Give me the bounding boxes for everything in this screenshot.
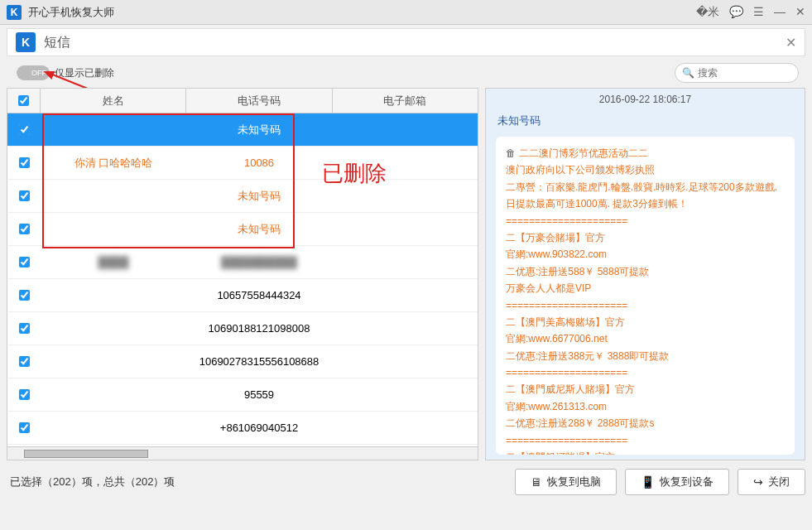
- select-all-checkbox[interactable]: [18, 95, 29, 106]
- minimize-icon[interactable]: —: [774, 5, 786, 20]
- cell-phone: 95559: [186, 388, 332, 401]
- search-icon: 🔍: [682, 67, 694, 79]
- message-line: 二优惠:注册送388元￥ 3888即可提款: [506, 348, 785, 364]
- message-line: 二优惠:注册送288￥ 2888可提款s: [506, 415, 785, 431]
- row-check-cell: [7, 124, 41, 135]
- row-checkbox[interactable]: [19, 422, 30, 433]
- menu-icon[interactable]: ☰: [753, 5, 764, 20]
- footer-bar: 已选择（202）项，总共（202）项 🖥 恢复到电脑 📱 恢复到设备 ↪ 关闭: [7, 467, 805, 497]
- row-checkbox[interactable]: [19, 290, 30, 301]
- recover-to-pc-button[interactable]: 🖥 恢复到电脑: [515, 469, 617, 495]
- message-line: 二优惠:注册送588￥ 5888可提款: [506, 263, 785, 280]
- close-button[interactable]: ↪ 关闭: [738, 469, 805, 495]
- table-row[interactable]: 未知号码: [7, 213, 478, 246]
- message-line: 澳门政府向以下公司颁发博彩执照: [506, 161, 785, 178]
- table-row[interactable]: 10657558444324: [7, 279, 478, 312]
- table-row[interactable]: 你清 口哈哈哈哈10086: [7, 147, 478, 180]
- row-check-cell: [7, 157, 41, 168]
- cell-phone: 未知号码: [186, 222, 332, 237]
- row-check-cell: [7, 224, 41, 234]
- close-label: 关闭: [768, 475, 790, 489]
- rows-container: 已删除 未知号码你清 口哈哈哈哈10086未知号码未知号码███████████…: [7, 113, 478, 446]
- table-row[interactable]: +861069040512: [7, 412, 478, 445]
- row-checkbox[interactable]: [19, 257, 30, 267]
- module-logo-icon: K: [16, 32, 36, 52]
- row-check-cell: [7, 356, 41, 367]
- table-row[interactable]: 未知号码: [7, 113, 478, 147]
- toggle-off-text: OFF: [31, 69, 46, 77]
- message-line: 万豪会人人都是VIP: [506, 280, 785, 296]
- device-icon: 📱: [641, 475, 655, 489]
- cell-phone: +861069040512: [186, 422, 332, 434]
- row-checkbox[interactable]: [19, 124, 30, 135]
- cell-phone: 未知号码: [186, 123, 332, 137]
- row-checkbox[interactable]: [19, 190, 30, 201]
- row-checkbox[interactable]: [19, 356, 30, 367]
- sub-title-bar: K 短信 ✕: [7, 28, 805, 56]
- deleted-only-toggle[interactable]: OFF: [17, 65, 50, 80]
- recover-to-device-button[interactable]: 📱 恢复到设备: [625, 469, 729, 495]
- col-name[interactable]: 姓名: [41, 89, 186, 113]
- row-checkbox[interactable]: [19, 389, 30, 400]
- table-row[interactable]: 10690278315556108688: [7, 345, 478, 378]
- message-line: 官網:www.903822.com: [506, 246, 785, 263]
- message-line: 官網:www.6677006.net: [506, 330, 785, 347]
- module-title: 短信: [44, 34, 786, 51]
- row-check-cell: [7, 257, 41, 267]
- message-line: 二【澳門威尼斯人賭場】官方: [506, 381, 785, 398]
- cell-name: 你清 口哈哈哈哈: [41, 156, 186, 171]
- pc-icon: 🖥: [531, 475, 542, 489]
- row-checkbox[interactable]: [19, 157, 30, 168]
- app-logo-icon: K: [7, 5, 22, 20]
- column-header-row: 姓名 电话号码 电子邮箱: [7, 89, 478, 113]
- recover-device-label: 恢复到设备: [660, 475, 714, 489]
- row-checkbox[interactable]: [19, 224, 30, 234]
- message-timestamp: 2016-09-22 18:06:17: [486, 89, 805, 110]
- row-check-cell: [7, 323, 41, 334]
- recover-pc-label: 恢复到电脑: [547, 475, 601, 489]
- message-line: =====================: [506, 364, 785, 381]
- col-phone[interactable]: 电话号码: [186, 89, 332, 113]
- message-sender: 未知号码: [486, 110, 805, 132]
- table-row[interactable]: 10690188121098008: [7, 312, 478, 345]
- table-row[interactable]: 95559: [7, 378, 478, 412]
- message-line: 二專營：百家樂.龍虎鬥.輪盤.骰寶.時時彩.足球等200多款遊戲.日提款最高可達…: [506, 179, 785, 213]
- message-line: 二【万豪会賭場】官方: [506, 229, 785, 246]
- selection-status: 已选择（202）项，总共（202）项: [7, 475, 507, 489]
- content-area: 姓名 电话号码 电子邮箱 已删除 未知号码你清 口哈哈哈哈10086未知号码未知…: [7, 88, 805, 460]
- cell-phone: 10690188121098008: [186, 322, 332, 335]
- horizontal-scrollbar[interactable]: [7, 446, 478, 460]
- message-line: 🗑二二澳门博彩节优惠活动二二: [506, 145, 785, 161]
- close-icon[interactable]: ✕: [795, 5, 805, 20]
- message-line: =====================: [506, 213, 785, 229]
- title-bar: K 开心手机恢复大师 �米 💬 ☰ — ✕: [0, 0, 812, 25]
- message-body: 🗑二二澳门博彩节优惠活动二二澳门政府向以下公司颁发博彩执照二專營：百家樂.龍虎鬥…: [496, 137, 795, 455]
- message-line: =====================: [506, 297, 785, 314]
- search-input[interactable]: [698, 67, 791, 79]
- toggle-label: 仅显示已删除: [55, 66, 114, 80]
- search-box[interactable]: 🔍: [675, 63, 799, 83]
- message-preview-pane: 2016-09-22 18:06:17 未知号码 🗑二二澳门博彩节优惠活动二二澳…: [485, 88, 805, 460]
- table-row[interactable]: ██████████████: [7, 246, 478, 279]
- cell-phone: 10690278315556108688: [186, 355, 332, 368]
- message-list-pane: 姓名 电话号码 电子邮箱 已删除 未知号码你清 口哈哈哈哈10086未知号码未知…: [7, 88, 478, 460]
- wechat-icon[interactable]: �米: [696, 5, 719, 20]
- select-all-cell[interactable]: [7, 89, 41, 113]
- window-buttons: �米 💬 ☰ — ✕: [696, 5, 805, 20]
- exit-icon: ↪: [753, 475, 763, 489]
- app-title: 开心手机恢复大师: [28, 5, 696, 20]
- col-email[interactable]: 电子邮箱: [333, 89, 478, 113]
- message-line: 官網:www.261313.com: [506, 398, 785, 415]
- row-check-cell: [7, 290, 41, 301]
- row-checkbox[interactable]: [19, 323, 30, 334]
- row-check-cell: [7, 190, 41, 201]
- row-check-cell: [7, 389, 41, 400]
- row-check-cell: [7, 422, 41, 433]
- module-close-icon[interactable]: ✕: [786, 35, 796, 51]
- chat-icon[interactable]: 💬: [729, 5, 743, 20]
- scrollbar-thumb[interactable]: [24, 450, 148, 458]
- cell-phone: ██████████: [186, 256, 332, 268]
- trash-icon: 🗑: [506, 147, 516, 159]
- cell-phone: 10086: [186, 157, 332, 169]
- table-row[interactable]: 未知号码: [7, 180, 478, 213]
